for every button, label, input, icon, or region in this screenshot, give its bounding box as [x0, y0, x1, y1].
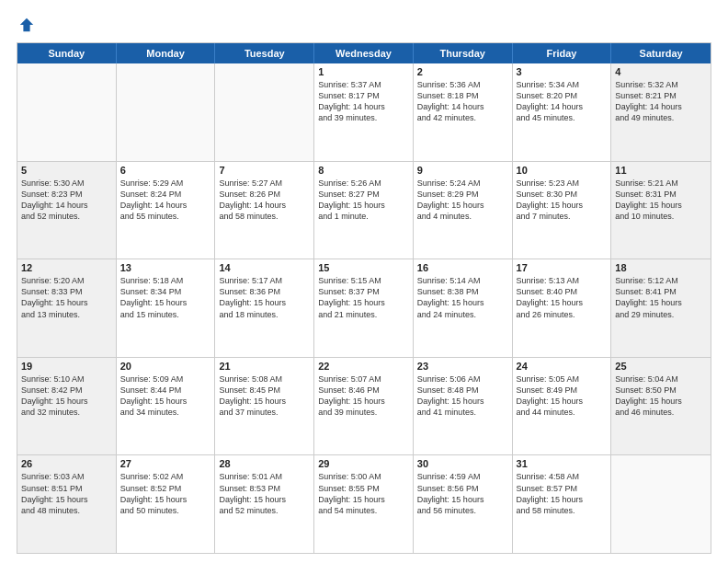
calendar-cell-0-4: 2Sunrise: 5:36 AM Sunset: 8:18 PM Daylig…: [414, 63, 513, 161]
day-number: 8: [318, 165, 409, 176]
calendar-cell-2-6: 18Sunrise: 5:12 AM Sunset: 8:41 PM Dayli…: [611, 259, 711, 357]
cell-info: Sunrise: 5:00 AM Sunset: 8:55 PM Dayligh…: [318, 471, 409, 516]
calendar-cell-2-0: 12Sunrise: 5:20 AM Sunset: 8:33 PM Dayli…: [17, 259, 117, 357]
calendar-row-3: 19Sunrise: 5:10 AM Sunset: 8:42 PM Dayli…: [17, 357, 711, 455]
calendar-cell-0-6: 4Sunrise: 5:32 AM Sunset: 8:21 PM Daylig…: [611, 63, 711, 161]
weekday-header-wednesday: Wednesday: [314, 43, 414, 63]
calendar-row-0: 1Sunrise: 5:37 AM Sunset: 8:17 PM Daylig…: [17, 63, 711, 161]
day-number: 20: [120, 361, 211, 372]
logo-icon: [18, 17, 35, 33]
day-number: 17: [517, 262, 608, 273]
calendar: SundayMondayTuesdayWednesdayThursdayFrid…: [17, 42, 711, 554]
calendar-cell-3-6: 25Sunrise: 5:04 AM Sunset: 8:50 PM Dayli…: [611, 358, 711, 455]
cell-info: Sunrise: 5:23 AM Sunset: 8:30 PM Dayligh…: [517, 178, 608, 223]
cell-info: Sunrise: 5:12 AM Sunset: 8:41 PM Dayligh…: [615, 275, 707, 320]
logo: [17, 17, 35, 33]
calendar-cell-1-5: 10Sunrise: 5:23 AM Sunset: 8:30 PM Dayli…: [513, 162, 612, 259]
cell-info: Sunrise: 5:01 AM Sunset: 8:53 PM Dayligh…: [219, 471, 310, 516]
calendar-cell-2-1: 13Sunrise: 5:18 AM Sunset: 8:34 PM Dayli…: [117, 259, 216, 357]
cell-info: Sunrise: 5:29 AM Sunset: 8:24 PM Dayligh…: [120, 178, 211, 223]
day-number: 27: [120, 458, 211, 469]
day-number: 13: [120, 262, 211, 273]
cell-info: Sunrise: 5:20 AM Sunset: 8:33 PM Dayligh…: [21, 275, 112, 320]
calendar-cell-3-0: 19Sunrise: 5:10 AM Sunset: 8:42 PM Dayli…: [17, 358, 117, 455]
calendar-cell-2-2: 14Sunrise: 5:17 AM Sunset: 8:36 PM Dayli…: [215, 259, 314, 357]
day-number: 5: [21, 165, 112, 176]
calendar-cell-2-5: 17Sunrise: 5:13 AM Sunset: 8:40 PM Dayli…: [513, 259, 612, 357]
page: SundayMondayTuesdayWednesdayThursdayFrid…: [0, 0, 728, 563]
cell-info: Sunrise: 5:14 AM Sunset: 8:38 PM Dayligh…: [417, 275, 508, 320]
weekday-header-sunday: Sunday: [17, 43, 117, 63]
cell-info: Sunrise: 5:37 AM Sunset: 8:17 PM Dayligh…: [318, 79, 409, 124]
weekday-header-tuesday: Tuesday: [215, 43, 314, 63]
day-number: 11: [615, 165, 707, 176]
day-number: 30: [417, 458, 508, 469]
weekday-header-thursday: Thursday: [414, 43, 513, 63]
day-number: 9: [417, 165, 508, 176]
day-number: 26: [21, 458, 112, 469]
day-number: 12: [21, 262, 112, 273]
day-number: 21: [219, 361, 310, 372]
calendar-cell-4-5: 31Sunrise: 4:58 AM Sunset: 8:57 PM Dayli…: [513, 455, 612, 553]
day-number: 6: [120, 165, 211, 176]
calendar-cell-0-5: 3Sunrise: 5:34 AM Sunset: 8:20 PM Daylig…: [513, 63, 612, 161]
cell-info: Sunrise: 5:08 AM Sunset: 8:45 PM Dayligh…: [219, 373, 310, 419]
calendar-cell-4-0: 26Sunrise: 5:03 AM Sunset: 8:51 PM Dayli…: [17, 455, 117, 553]
day-number: 29: [318, 458, 409, 469]
cell-info: Sunrise: 5:17 AM Sunset: 8:36 PM Dayligh…: [219, 275, 310, 320]
day-number: 19: [21, 361, 112, 372]
cell-info: Sunrise: 4:58 AM Sunset: 8:57 PM Dayligh…: [517, 471, 608, 516]
cell-info: Sunrise: 5:07 AM Sunset: 8:46 PM Dayligh…: [318, 373, 409, 419]
day-number: 31: [517, 458, 608, 469]
cell-info: Sunrise: 5:06 AM Sunset: 8:48 PM Dayligh…: [417, 373, 508, 419]
calendar-cell-4-1: 27Sunrise: 5:02 AM Sunset: 8:52 PM Dayli…: [117, 455, 216, 553]
calendar-cell-3-5: 24Sunrise: 5:05 AM Sunset: 8:49 PM Dayli…: [513, 358, 612, 455]
day-number: 25: [615, 361, 707, 372]
cell-info: Sunrise: 5:15 AM Sunset: 8:37 PM Dayligh…: [318, 275, 409, 320]
cell-info: Sunrise: 5:10 AM Sunset: 8:42 PM Dayligh…: [21, 373, 112, 419]
cell-info: Sunrise: 5:36 AM Sunset: 8:18 PM Dayligh…: [417, 79, 508, 124]
calendar-cell-0-3: 1Sunrise: 5:37 AM Sunset: 8:17 PM Daylig…: [314, 63, 414, 161]
cell-info: Sunrise: 5:21 AM Sunset: 8:31 PM Dayligh…: [615, 178, 707, 223]
day-number: 28: [219, 458, 310, 469]
calendar-row-1: 5Sunrise: 5:30 AM Sunset: 8:23 PM Daylig…: [17, 161, 711, 259]
cell-info: Sunrise: 5:32 AM Sunset: 8:21 PM Dayligh…: [615, 79, 707, 124]
header: [17, 17, 711, 33]
cell-info: Sunrise: 5:02 AM Sunset: 8:52 PM Dayligh…: [120, 471, 211, 516]
calendar-cell-3-4: 23Sunrise: 5:06 AM Sunset: 8:48 PM Dayli…: [414, 358, 513, 455]
calendar-cell-4-3: 29Sunrise: 5:00 AM Sunset: 8:55 PM Dayli…: [314, 455, 414, 553]
calendar-cell-4-4: 30Sunrise: 4:59 AM Sunset: 8:56 PM Dayli…: [414, 455, 513, 553]
calendar-cell-4-6: [611, 455, 711, 553]
weekday-header-saturday: Saturday: [611, 43, 711, 63]
calendar-cell-2-3: 15Sunrise: 5:15 AM Sunset: 8:37 PM Dayli…: [314, 259, 414, 357]
calendar-cell-2-4: 16Sunrise: 5:14 AM Sunset: 8:38 PM Dayli…: [414, 259, 513, 357]
cell-info: Sunrise: 5:34 AM Sunset: 8:20 PM Dayligh…: [517, 79, 608, 124]
calendar-cell-1-3: 8Sunrise: 5:26 AM Sunset: 8:27 PM Daylig…: [314, 162, 414, 259]
calendar-row-2: 12Sunrise: 5:20 AM Sunset: 8:33 PM Dayli…: [17, 259, 711, 357]
calendar-header: SundayMondayTuesdayWednesdayThursdayFrid…: [17, 43, 711, 63]
cell-info: Sunrise: 5:27 AM Sunset: 8:26 PM Dayligh…: [219, 178, 310, 223]
day-number: 10: [517, 165, 608, 176]
calendar-cell-4-2: 28Sunrise: 5:01 AM Sunset: 8:53 PM Dayli…: [215, 455, 314, 553]
calendar-cell-1-0: 5Sunrise: 5:30 AM Sunset: 8:23 PM Daylig…: [17, 162, 117, 259]
cell-info: Sunrise: 5:24 AM Sunset: 8:29 PM Dayligh…: [417, 178, 508, 223]
day-number: 2: [417, 66, 508, 77]
day-number: 1: [318, 66, 409, 77]
day-number: 16: [417, 262, 508, 273]
calendar-cell-1-6: 11Sunrise: 5:21 AM Sunset: 8:31 PM Dayli…: [611, 162, 711, 259]
calendar-cell-0-0: [17, 63, 117, 161]
day-number: 24: [517, 361, 608, 372]
calendar-cell-1-2: 7Sunrise: 5:27 AM Sunset: 8:26 PM Daylig…: [215, 162, 314, 259]
calendar-row-4: 26Sunrise: 5:03 AM Sunset: 8:51 PM Dayli…: [17, 454, 711, 553]
calendar-cell-0-1: [117, 63, 216, 161]
cell-info: Sunrise: 5:09 AM Sunset: 8:44 PM Dayligh…: [120, 373, 211, 419]
cell-info: Sunrise: 5:18 AM Sunset: 8:34 PM Dayligh…: [120, 275, 211, 320]
calendar-cell-3-3: 22Sunrise: 5:07 AM Sunset: 8:46 PM Dayli…: [314, 358, 414, 455]
calendar-cell-0-2: [215, 63, 314, 161]
calendar-cell-1-4: 9Sunrise: 5:24 AM Sunset: 8:29 PM Daylig…: [414, 162, 513, 259]
weekday-header-monday: Monday: [117, 43, 216, 63]
calendar-cell-1-1: 6Sunrise: 5:29 AM Sunset: 8:24 PM Daylig…: [117, 162, 216, 259]
svg-marker-0: [20, 18, 33, 31]
day-number: 18: [615, 262, 707, 273]
day-number: 22: [318, 361, 409, 372]
